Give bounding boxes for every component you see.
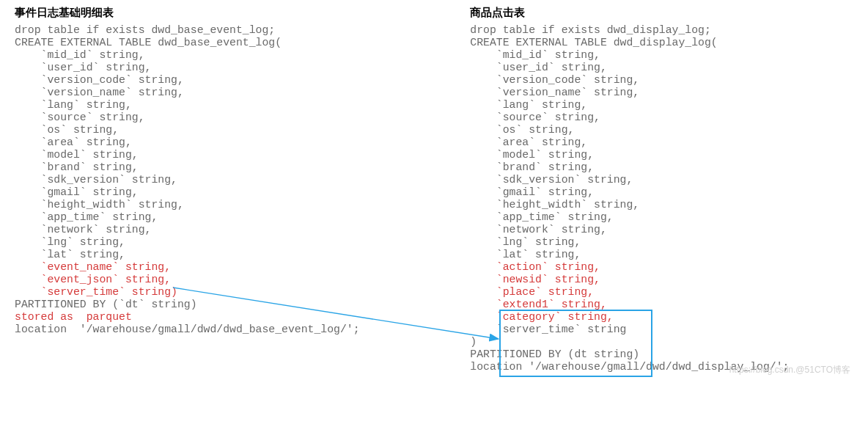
code-line: CREATE EXTERNAL TABLE dwd_base_event_log… bbox=[15, 37, 282, 48]
code-line: drop table if exists dwd_display_log; bbox=[470, 24, 711, 36]
code-line: `user_id` string, bbox=[470, 62, 606, 73]
code-line: `mid_id` string, bbox=[15, 49, 145, 61]
code-line: `lat` string, bbox=[15, 249, 125, 260]
code-line: `mid_id` string, bbox=[470, 49, 600, 61]
code-line: `network` string, bbox=[15, 224, 151, 235]
code-line: `model` string, bbox=[15, 149, 139, 161]
right-title: 商品点击表 bbox=[470, 6, 853, 20]
code-line: `area` string, bbox=[15, 136, 132, 148]
code-line-highlight: `action` string, bbox=[470, 261, 600, 273]
code-line: `gmail` string, bbox=[15, 186, 139, 198]
code-line: `app_time` string, bbox=[470, 211, 613, 223]
code-line: `version_name` string, bbox=[15, 87, 184, 98]
code-line-highlight: `category` string, bbox=[470, 311, 613, 323]
code-line: `area` string, bbox=[470, 136, 587, 148]
left-column: 事件日志基础明细表 drop table if exists dwd_base_… bbox=[15, 6, 470, 373]
code-line: `model` string, bbox=[470, 149, 594, 161]
code-line: ) bbox=[470, 336, 477, 348]
left-title: 事件日志基础明细表 bbox=[15, 6, 470, 20]
code-line: `lat` string, bbox=[470, 249, 581, 260]
code-line: `height_width` string, bbox=[15, 199, 184, 211]
code-line: `os` string, bbox=[470, 124, 574, 136]
code-line: `lng` string, bbox=[15, 236, 125, 248]
code-line-highlight: `event_json` string, bbox=[15, 274, 171, 285]
right-code: drop table if exists dwd_display_log; CR… bbox=[470, 24, 853, 373]
code-line-highlight: `server_time` string) bbox=[15, 286, 177, 298]
code-line-highlight: `newsid` string, bbox=[470, 274, 600, 285]
code-line-highlight: stored as parquet bbox=[15, 311, 132, 323]
code-line: `source` string, bbox=[15, 112, 145, 123]
code-line: `lang` string, bbox=[470, 99, 587, 111]
code-line: CREATE EXTERNAL TABLE dwd_display_log( bbox=[470, 37, 717, 48]
code-line: `source` string, bbox=[470, 112, 600, 123]
code-line: PARTITIONED BY (`dt` string) bbox=[15, 299, 197, 310]
code-line: `brand` string, bbox=[15, 161, 139, 173]
code-line: `height_width` string, bbox=[470, 199, 639, 211]
code-line-highlight: `event_name` string, bbox=[15, 261, 171, 273]
code-line: `sdk_version` string, bbox=[470, 174, 633, 186]
code-line: drop table if exists dwd_base_event_log; bbox=[15, 24, 275, 36]
code-line: location '/warehouse/gmall/dwd/dwd_base_… bbox=[15, 324, 360, 335]
code-line: `gmail` string, bbox=[470, 186, 594, 198]
code-line: `app_time` string, bbox=[15, 211, 158, 223]
code-line-highlight: `extend1` string, bbox=[470, 299, 606, 310]
code-line: `server_time` string bbox=[470, 324, 626, 335]
code-line: `user_id` string, bbox=[15, 62, 151, 73]
code-line: `lng` string, bbox=[470, 236, 581, 248]
watermark: https://blog.csdn.@51CTO博客 bbox=[729, 364, 850, 376]
code-line: `lang` string, bbox=[15, 99, 132, 111]
code-line: `sdk_version` string, bbox=[15, 174, 177, 186]
code-line: `brand` string, bbox=[470, 161, 594, 173]
code-line: `version_code` string, bbox=[15, 74, 184, 86]
code-line: `version_name` string, bbox=[470, 87, 639, 98]
right-column: 商品点击表 drop table if exists dwd_display_l… bbox=[470, 6, 853, 373]
code-line: PARTITIONED BY (dt string) bbox=[470, 348, 639, 360]
code-line: `network` string, bbox=[470, 224, 606, 235]
code-line-highlight: `place` string, bbox=[470, 286, 594, 298]
code-line: `os` string, bbox=[15, 124, 119, 136]
left-code: drop table if exists dwd_base_event_log;… bbox=[15, 24, 470, 336]
code-line: `version_code` string, bbox=[470, 74, 639, 86]
